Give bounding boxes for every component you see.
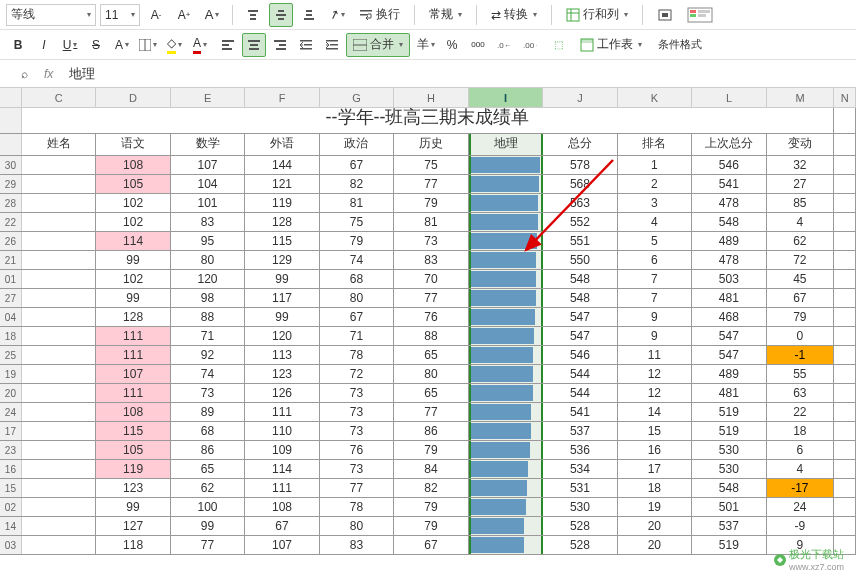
align-center-button[interactable]	[242, 33, 266, 57]
data-cell[interactable]	[22, 403, 96, 421]
data-cell[interactable]: 67	[394, 536, 468, 554]
data-cell[interactable]: 67	[320, 308, 394, 326]
row-header[interactable]: 27	[0, 289, 22, 307]
data-cell[interactable]	[469, 441, 544, 459]
strikethrough-button[interactable]: S	[84, 33, 108, 57]
data-cell[interactable]	[22, 251, 96, 269]
decrease-decimal-button[interactable]: .00→	[518, 33, 542, 57]
data-cell[interactable]: 534	[543, 460, 617, 478]
align-top-button[interactable]	[241, 3, 265, 27]
data-cell[interactable]: 79	[394, 441, 468, 459]
data-cell[interactable]: 114	[96, 232, 170, 250]
data-cell[interactable]: 19	[618, 498, 692, 516]
data-cell[interactable]: 88	[171, 308, 245, 326]
data-cell[interactable]	[22, 175, 96, 193]
data-cell[interactable]: 546	[692, 156, 766, 174]
data-cell[interactable]: 548	[543, 289, 617, 307]
data-cell[interactable]: 99	[245, 270, 319, 288]
fill-color-button[interactable]: ◇▾	[162, 33, 186, 57]
data-cell[interactable]: 1	[618, 156, 692, 174]
data-cell[interactable]: 67	[245, 517, 319, 535]
data-cell[interactable]: 528	[543, 517, 617, 535]
data-cell[interactable]: 6	[618, 251, 692, 269]
data-cell[interactable]: 80	[394, 365, 468, 383]
data-cell[interactable]: 81	[394, 213, 468, 231]
header-cell[interactable]: 排名	[618, 134, 692, 155]
row-header[interactable]: 14	[0, 517, 22, 535]
data-cell[interactable]	[469, 422, 544, 440]
name-box-search-button[interactable]: ⌕	[12, 62, 36, 86]
data-cell[interactable]: 501	[692, 498, 766, 516]
data-cell[interactable]: 563	[543, 194, 617, 212]
data-cell[interactable]: 86	[171, 441, 245, 459]
data-cell[interactable]: 528	[543, 536, 617, 554]
data-cell[interactable]: 80	[320, 289, 394, 307]
data-cell[interactable]: 16	[618, 441, 692, 459]
col-header-C[interactable]: C	[22, 88, 96, 107]
data-cell[interactable]: 478	[692, 251, 766, 269]
data-cell[interactable]: 126	[245, 384, 319, 402]
row-header[interactable]: 16	[0, 460, 22, 478]
decrease-indent-button[interactable]	[294, 33, 318, 57]
data-cell[interactable]	[469, 517, 544, 535]
row-header[interactable]: 02	[0, 498, 22, 516]
data-cell[interactable]: 121	[245, 175, 319, 193]
data-cell[interactable]: 0	[767, 327, 835, 345]
data-cell[interactable]: 67	[320, 156, 394, 174]
data-cell[interactable]	[469, 403, 544, 421]
data-cell[interactable]: 62	[171, 479, 245, 497]
data-cell[interactable]: -9	[767, 517, 835, 535]
row-header[interactable]: 26	[0, 232, 22, 250]
data-cell[interactable]: 104	[171, 175, 245, 193]
data-cell[interactable]: 79	[394, 498, 468, 516]
data-cell[interactable]	[22, 498, 96, 516]
data-cell[interactable]	[22, 270, 96, 288]
data-cell[interactable]: 84	[394, 460, 468, 478]
data-cell[interactable]: 489	[692, 232, 766, 250]
data-cell[interactable]: 9	[618, 327, 692, 345]
data-cell[interactable]: 552	[543, 213, 617, 231]
row-header[interactable]: 15	[0, 479, 22, 497]
data-cell[interactable]: 72	[767, 251, 835, 269]
data-cell[interactable]: 79	[394, 194, 468, 212]
header-cell[interactable]: 变动	[767, 134, 835, 155]
data-cell[interactable]: 578	[543, 156, 617, 174]
data-cell[interactable]: 74	[320, 251, 394, 269]
data-cell[interactable]: 78	[320, 346, 394, 364]
wrap-text-button[interactable]: 换行	[353, 3, 406, 27]
cond-format-button[interactable]: 条件格式	[652, 37, 708, 52]
row-header[interactable]: 28	[0, 194, 22, 212]
data-cell[interactable]: 95	[171, 232, 245, 250]
data-cell[interactable]: 115	[245, 232, 319, 250]
data-cell[interactable]	[22, 308, 96, 326]
increase-decimal-button[interactable]: .0←	[492, 33, 516, 57]
data-cell[interactable]	[22, 194, 96, 212]
data-cell[interactable]: 128	[96, 308, 170, 326]
data-cell[interactable]: 519	[692, 536, 766, 554]
data-cell[interactable]: 77	[394, 289, 468, 307]
data-cell[interactable]	[22, 517, 96, 535]
data-cell[interactable]: 4	[767, 460, 835, 478]
font-dialog-button[interactable]: A▾	[110, 33, 134, 57]
data-cell[interactable]: 7	[618, 270, 692, 288]
data-cell[interactable]: 548	[692, 213, 766, 231]
data-cell[interactable]: 75	[320, 213, 394, 231]
fill-button[interactable]	[651, 3, 679, 27]
data-cell[interactable]: 99	[245, 308, 319, 326]
data-cell[interactable]: 105	[96, 175, 170, 193]
data-cell[interactable]: 77	[171, 536, 245, 554]
font-color-button[interactable]: A▾	[188, 33, 212, 57]
data-cell[interactable]: 18	[618, 479, 692, 497]
increase-indent-button[interactable]	[320, 33, 344, 57]
data-cell[interactable]: 544	[543, 384, 617, 402]
data-cell[interactable]	[22, 346, 96, 364]
align-right-button[interactable]	[268, 33, 292, 57]
data-cell[interactable]: 55	[767, 365, 835, 383]
row-header[interactable]: 01	[0, 270, 22, 288]
data-cell[interactable]: 102	[96, 194, 170, 212]
data-cell[interactable]: 75	[394, 156, 468, 174]
col-header-L[interactable]: L	[692, 88, 766, 107]
data-cell[interactable]: 111	[96, 384, 170, 402]
data-cell[interactable]: 80	[171, 251, 245, 269]
data-cell[interactable]: 129	[245, 251, 319, 269]
